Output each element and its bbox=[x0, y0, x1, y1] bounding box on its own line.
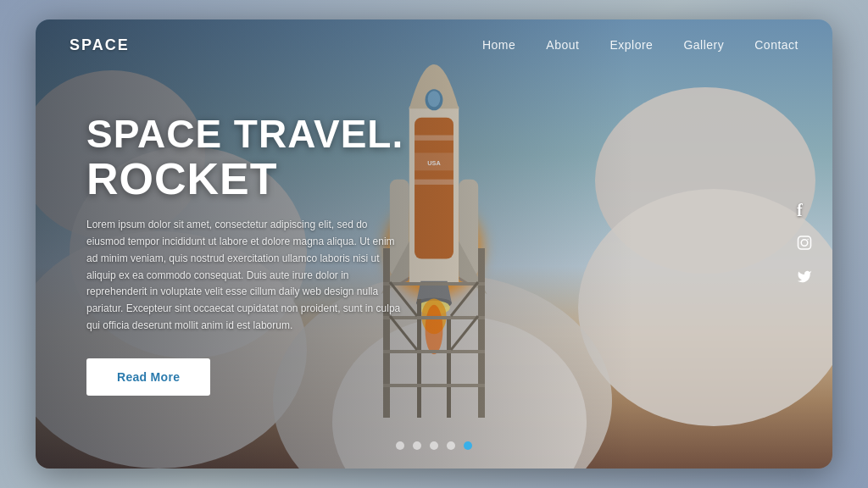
dot-1[interactable] bbox=[396, 441, 404, 450]
nav-item-about[interactable]: About bbox=[546, 37, 579, 53]
svg-rect-29 bbox=[798, 236, 811, 249]
nav-logo: SPACE bbox=[70, 36, 130, 54]
facebook-icon[interactable]: f bbox=[797, 201, 812, 220]
dot-5-active[interactable] bbox=[464, 441, 472, 450]
dot-2[interactable] bbox=[413, 441, 421, 450]
svg-point-31 bbox=[807, 239, 809, 241]
svg-point-30 bbox=[801, 240, 808, 247]
hero-title-line2: ROCKET bbox=[86, 156, 409, 202]
nav-link-home[interactable]: Home bbox=[482, 38, 515, 52]
nav-link-about[interactable]: About bbox=[546, 38, 579, 52]
nav-link-gallery[interactable]: Gallery bbox=[683, 38, 724, 52]
slide-dots bbox=[396, 441, 472, 450]
dot-3[interactable] bbox=[430, 441, 438, 450]
read-more-button[interactable]: Read More bbox=[86, 358, 210, 396]
nav-item-explore[interactable]: Explore bbox=[609, 37, 653, 53]
hero-title-line1: SPACE TRAVEL. bbox=[86, 113, 409, 156]
nav-link-explore[interactable]: Explore bbox=[609, 38, 653, 52]
instagram-icon[interactable] bbox=[797, 236, 812, 254]
social-icons: f bbox=[797, 201, 812, 288]
nav-item-gallery[interactable]: Gallery bbox=[683, 37, 724, 53]
nav-item-contact[interactable]: Contact bbox=[754, 37, 798, 53]
nav-link-contact[interactable]: Contact bbox=[754, 38, 798, 52]
hero-description: Lorem ipsum dolor sit amet, consectetur … bbox=[86, 217, 409, 335]
twitter-icon[interactable] bbox=[797, 269, 812, 288]
hero-content: SPACE TRAVEL. ROCKET Lorem ipsum dolor s… bbox=[86, 113, 409, 396]
nav-links: Home About Explore Gallery Contact bbox=[482, 37, 798, 53]
navbar: SPACE Home About Explore Gallery Contact bbox=[36, 19, 832, 70]
dot-4[interactable] bbox=[447, 441, 455, 450]
browser-window: USA SPACE Home About Explore bbox=[36, 19, 832, 469]
nav-item-home[interactable]: Home bbox=[482, 37, 515, 53]
